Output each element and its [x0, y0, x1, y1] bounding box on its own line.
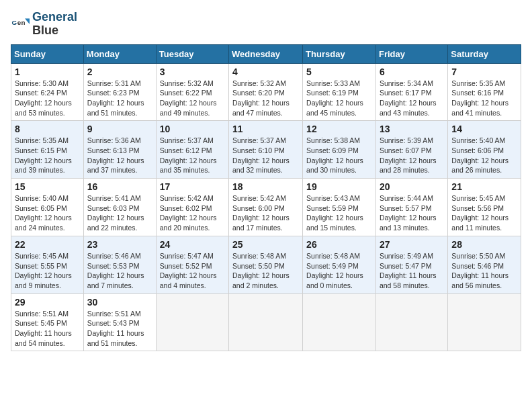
day-number: 15 — [15, 181, 80, 192]
day-number: 25 — [232, 239, 299, 250]
day-number: 16 — [87, 181, 152, 192]
calendar-cell: 29 Sunrise: 5:51 AMSunset: 5:45 PMDaylig… — [11, 293, 84, 351]
day-detail: Sunrise: 5:34 AMSunset: 6:17 PMDaylight:… — [380, 79, 444, 118]
calendar-cell: 16 Sunrise: 5:41 AMSunset: 6:03 PMDaylig… — [83, 179, 156, 236]
column-header-monday: Monday — [83, 44, 156, 63]
day-number: 21 — [451, 181, 517, 192]
week-row-4: 22 Sunrise: 5:45 AMSunset: 5:55 PMDaylig… — [11, 236, 521, 293]
day-detail: Sunrise: 5:44 AMSunset: 5:57 PMDaylight:… — [380, 193, 444, 233]
calendar-cell: 25 Sunrise: 5:48 AMSunset: 5:50 PMDaylig… — [229, 236, 303, 293]
calendar-cell: 14 Sunrise: 5:40 AMSunset: 6:06 PMDaylig… — [448, 121, 521, 179]
day-number: 1 — [15, 66, 80, 77]
calendar-cell: 23 Sunrise: 5:46 AMSunset: 5:53 PMDaylig… — [83, 236, 156, 293]
logo-text-line1: General — [32, 11, 77, 24]
day-number: 24 — [160, 239, 225, 250]
calendar-cell: 17 Sunrise: 5:42 AMSunset: 6:02 PMDaylig… — [156, 179, 228, 236]
day-detail: Sunrise: 5:41 AMSunset: 6:03 PMDaylight:… — [87, 193, 152, 233]
day-detail: Sunrise: 5:40 AMSunset: 6:06 PMDaylight:… — [451, 136, 517, 175]
day-detail: Sunrise: 5:36 AMSunset: 6:13 PMDaylight:… — [87, 136, 152, 175]
day-detail: Sunrise: 5:40 AMSunset: 6:05 PMDaylight:… — [15, 193, 80, 233]
svg-marker-3 — [25, 18, 30, 24]
day-number: 20 — [380, 181, 444, 192]
day-detail: Sunrise: 5:35 AMSunset: 6:15 PMDaylight:… — [15, 136, 80, 175]
column-header-thursday: Thursday — [303, 44, 376, 63]
day-detail: Sunrise: 5:51 AMSunset: 5:43 PMDaylight:… — [87, 309, 152, 349]
day-number: 22 — [15, 239, 80, 250]
day-number: 7 — [451, 66, 517, 77]
calendar-cell: 3 Sunrise: 5:32 AMSunset: 6:22 PMDayligh… — [156, 63, 228, 121]
logo: G e n General Blue — [11, 11, 77, 38]
calendar-cell — [375, 293, 447, 351]
calendar-cell: 2 Sunrise: 5:31 AMSunset: 6:23 PMDayligh… — [83, 63, 156, 121]
column-header-wednesday: Wednesday — [229, 44, 303, 63]
day-number: 2 — [87, 66, 152, 77]
calendar-cell — [229, 293, 303, 351]
column-header-sunday: Sunday — [11, 44, 84, 63]
calendar-cell: 12 Sunrise: 5:38 AMSunset: 6:09 PMDaylig… — [303, 121, 376, 179]
svg-text:G: G — [11, 19, 17, 26]
day-number: 18 — [232, 181, 299, 192]
logo-icon: G e n — [11, 15, 30, 34]
calendar-cell: 15 Sunrise: 5:40 AMSunset: 6:05 PMDaylig… — [11, 179, 84, 236]
calendar-cell: 21 Sunrise: 5:45 AMSunset: 5:56 PMDaylig… — [448, 179, 521, 236]
week-row-1: 1 Sunrise: 5:30 AMSunset: 6:24 PMDayligh… — [11, 63, 521, 121]
day-number: 27 — [380, 239, 444, 250]
calendar-cell: 1 Sunrise: 5:30 AMSunset: 6:24 PMDayligh… — [11, 63, 84, 121]
day-number: 9 — [87, 124, 152, 134]
day-number: 29 — [15, 297, 80, 308]
calendar-cell: 8 Sunrise: 5:35 AMSunset: 6:15 PMDayligh… — [11, 121, 84, 179]
day-number: 26 — [306, 239, 372, 250]
calendar-cell: 9 Sunrise: 5:36 AMSunset: 6:13 PMDayligh… — [83, 121, 156, 179]
calendar-cell: 26 Sunrise: 5:48 AMSunset: 5:49 PMDaylig… — [303, 236, 376, 293]
calendar-cell: 19 Sunrise: 5:43 AMSunset: 5:59 PMDaylig… — [303, 179, 376, 236]
day-detail: Sunrise: 5:42 AMSunset: 6:00 PMDaylight:… — [232, 193, 299, 233]
day-number: 5 — [306, 66, 372, 77]
day-number: 28 — [451, 239, 517, 250]
page-header: G e n General Blue — [11, 11, 521, 38]
day-detail: Sunrise: 5:37 AMSunset: 6:10 PMDaylight:… — [232, 136, 299, 175]
day-number: 23 — [87, 239, 152, 250]
week-row-2: 8 Sunrise: 5:35 AMSunset: 6:15 PMDayligh… — [11, 121, 521, 179]
day-number: 17 — [160, 181, 225, 192]
day-number: 3 — [160, 66, 225, 77]
day-detail: Sunrise: 5:45 AMSunset: 5:56 PMDaylight:… — [451, 193, 517, 233]
day-number: 30 — [87, 297, 152, 308]
day-detail: Sunrise: 5:37 AMSunset: 6:12 PMDaylight:… — [160, 136, 225, 175]
calendar-cell: 27 Sunrise: 5:49 AMSunset: 5:47 PMDaylig… — [375, 236, 447, 293]
calendar-cell: 10 Sunrise: 5:37 AMSunset: 6:12 PMDaylig… — [156, 121, 228, 179]
calendar-cell: 28 Sunrise: 5:50 AMSunset: 5:46 PMDaylig… — [448, 236, 521, 293]
day-detail: Sunrise: 5:31 AMSunset: 6:23 PMDaylight:… — [87, 79, 152, 118]
calendar-cell: 13 Sunrise: 5:39 AMSunset: 6:07 PMDaylig… — [375, 121, 447, 179]
day-number: 14 — [451, 124, 517, 134]
day-detail: Sunrise: 5:32 AMSunset: 6:20 PMDaylight:… — [232, 79, 299, 118]
calendar-cell: 11 Sunrise: 5:37 AMSunset: 6:10 PMDaylig… — [229, 121, 303, 179]
day-number: 10 — [160, 124, 225, 134]
day-detail: Sunrise: 5:48 AMSunset: 5:49 PMDaylight:… — [306, 251, 372, 291]
calendar-cell — [156, 293, 228, 351]
day-detail: Sunrise: 5:35 AMSunset: 6:16 PMDaylight:… — [451, 79, 517, 118]
calendar-cell: 30 Sunrise: 5:51 AMSunset: 5:43 PMDaylig… — [83, 293, 156, 351]
day-number: 6 — [380, 66, 444, 77]
day-detail: Sunrise: 5:30 AMSunset: 6:24 PMDaylight:… — [15, 79, 80, 118]
day-number: 11 — [232, 124, 299, 134]
logo-text-line2: Blue — [32, 24, 77, 38]
week-row-5: 29 Sunrise: 5:51 AMSunset: 5:45 PMDaylig… — [11, 293, 521, 351]
calendar-cell: 20 Sunrise: 5:44 AMSunset: 5:57 PMDaylig… — [375, 179, 447, 236]
column-header-friday: Friday — [375, 44, 447, 63]
day-detail: Sunrise: 5:32 AMSunset: 6:22 PMDaylight:… — [160, 79, 225, 118]
day-detail: Sunrise: 5:48 AMSunset: 5:50 PMDaylight:… — [232, 251, 299, 291]
calendar-cell: 7 Sunrise: 5:35 AMSunset: 6:16 PMDayligh… — [448, 63, 521, 121]
calendar-cell: 6 Sunrise: 5:34 AMSunset: 6:17 PMDayligh… — [375, 63, 447, 121]
day-detail: Sunrise: 5:45 AMSunset: 5:55 PMDaylight:… — [15, 251, 80, 291]
calendar-cell — [448, 293, 521, 351]
day-number: 8 — [15, 124, 80, 134]
day-detail: Sunrise: 5:42 AMSunset: 6:02 PMDaylight:… — [160, 193, 225, 233]
day-number: 19 — [306, 181, 372, 192]
day-detail: Sunrise: 5:46 AMSunset: 5:53 PMDaylight:… — [87, 251, 152, 291]
day-detail: Sunrise: 5:43 AMSunset: 5:59 PMDaylight:… — [306, 193, 372, 233]
calendar-cell: 4 Sunrise: 5:32 AMSunset: 6:20 PMDayligh… — [229, 63, 303, 121]
header-row: SundayMondayTuesdayWednesdayThursdayFrid… — [11, 44, 521, 63]
day-detail: Sunrise: 5:33 AMSunset: 6:19 PMDaylight:… — [306, 79, 372, 118]
calendar-cell: 18 Sunrise: 5:42 AMSunset: 6:00 PMDaylig… — [229, 179, 303, 236]
day-number: 4 — [232, 66, 299, 77]
